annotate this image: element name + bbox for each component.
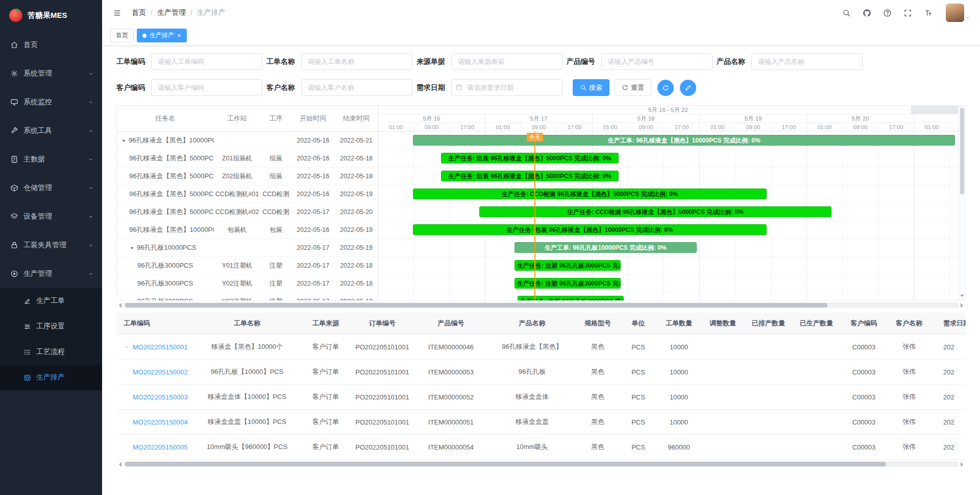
refresh-button[interactable]	[657, 80, 674, 96]
avatar[interactable]	[946, 4, 964, 22]
order-row[interactable]: MO20220515000510mm吸头【960000】PCS客户订单PO202…	[116, 435, 966, 460]
gantt-bar[interactable]: 生产工单: 96孔移液盒【黑色】10000PCS 完成比例: 0%	[413, 135, 955, 146]
gantt-bar[interactable]: 生产任务: 包装 96孔移液盒【黑色】10000PCS 完成比例: 0%	[413, 224, 767, 235]
sidebar-item-home[interactable]: 首页	[0, 31, 102, 59]
sidebar-item-fixture[interactable]: 工装夹具管理	[0, 231, 102, 260]
gantt-horizontal-scrollbar[interactable]	[116, 302, 966, 309]
fontsize-icon[interactable]	[919, 4, 937, 21]
task-cell: 2022-05-18	[335, 155, 378, 162]
gantt-task-row[interactable]: 96孔孔板3000PCSY03注塑机注塑2022-05-172022-05-19	[117, 293, 378, 300]
day-label: 5月 21	[914, 114, 958, 123]
chevUp-icon	[88, 271, 94, 277]
gantt-vertical-scrollbar[interactable]	[958, 106, 965, 300]
filter-form: 工单编码工单名称来源单据产品编号产品名称 客户编码客户名称需求日期搜索重置	[116, 53, 966, 96]
app-logo[interactable]: 苦糖果MES	[0, 0, 102, 31]
sidebar-item-system-tools[interactable]: 系统工具	[0, 116, 102, 145]
breadcrumb-item[interactable]: 生产管理	[157, 8, 186, 17]
expand-row-icon[interactable]	[124, 344, 130, 350]
gantt-bar[interactable]: 生产任务: 组装 96孔移液盒【黑色】5000PCS 完成比例: 0%	[441, 171, 619, 181]
collapse-icon[interactable]	[121, 138, 127, 144]
filter-label: 需求日期	[416, 83, 445, 92]
order-cell: MO202205150003	[116, 393, 194, 401]
gantt-task-row[interactable]: 96孔移液盒【黑色】5000PCSZ01组装机组装2022-05-162022-…	[117, 150, 378, 168]
sidebar-item-system-admin[interactable]: 系统管理	[0, 59, 102, 88]
scrollbar-thumb[interactable]	[125, 303, 827, 308]
demand-date-input[interactable]	[451, 79, 562, 96]
user-menu[interactable]	[946, 4, 971, 22]
sidebar-item-process-setting[interactable]: 工序设置	[0, 314, 102, 339]
gantt-task-row[interactable]: 96孔孔板3000PCSY02注塑机注塑2022-05-172022-05-18	[117, 275, 378, 293]
gantt-bar[interactable]: 生产任务: 注塑 96孔孔板3000PCS 完成比例: 0%	[518, 296, 624, 300]
order-cell: ITEM00000046	[413, 343, 488, 351]
order-code-link[interactable]: MO202205150003	[133, 393, 188, 401]
order-code-link[interactable]: MO202205150004	[133, 418, 188, 426]
order-row[interactable]: MO202205150003移液盒盒体【10000】PCS客户订单PO20220…	[116, 385, 966, 410]
sidebar-item-master-data[interactable]: 主数据	[0, 145, 102, 174]
gantt-bar[interactable]: 生产任务: 注塑 96孔孔板3000PCS 完成比例: 0%	[514, 278, 621, 289]
tab-home[interactable]: 首页	[110, 29, 134, 42]
order-name-input[interactable]	[301, 53, 412, 70]
gantt-task-row[interactable]: 96孔孔板10000PCS2022-05-172022-05-19	[117, 239, 378, 257]
product-code-input[interactable]	[601, 53, 713, 70]
search-icon[interactable]	[838, 4, 855, 21]
day-label: 5月 18	[593, 114, 700, 123]
gantt-task-row[interactable]: 96孔移液盒【黑色】10000PCS包装机包装2022-05-162022-05…	[117, 221, 378, 239]
order-cell: C00003	[841, 418, 887, 426]
search-button[interactable]: 搜索	[573, 79, 609, 96]
task-name: 96孔移液盒【黑色】10000PCS	[129, 136, 214, 145]
reset-button[interactable]: 重置	[615, 79, 651, 96]
gantt-task-row[interactable]: 96孔移液盒【黑色】5000PCSCCD检测机#02CCD检测2022-05-1…	[117, 203, 378, 221]
scroll-down-arrow[interactable]	[960, 295, 964, 299]
order-cell: 移液盒盒体【10000】PCS	[194, 392, 300, 402]
gantt-task-row[interactable]: 96孔移液盒【黑色】5000PCSZ02组装机组装2022-05-162022-…	[117, 168, 378, 185]
sidebar-item-work-order[interactable]: 生产工单	[0, 288, 102, 314]
order-code-link[interactable]: MO202205150005	[133, 443, 188, 451]
gantt-timeline-row: 生产工单: 96孔移液盒【黑色】10000PCS 完成比例: 0%	[378, 132, 958, 150]
scrollbar-track[interactable]	[123, 461, 959, 467]
orders-horizontal-scrollbar[interactable]	[116, 461, 966, 467]
order-row[interactable]: MO202205150001移液盒【黑色】10000个客户订单PO2022051…	[116, 335, 966, 360]
sidebar-item-production[interactable]: 生产管理	[0, 260, 102, 288]
close-icon[interactable]: ×	[177, 32, 181, 39]
scrollbar-thumb[interactable]	[125, 462, 886, 466]
order-code-link[interactable]: MO202205150001	[133, 343, 188, 351]
edit-button[interactable]	[680, 80, 696, 96]
collapse-icon[interactable]	[129, 245, 135, 251]
customer-name-input[interactable]	[301, 79, 412, 96]
sidebar-item-scheduling[interactable]: 生产排产	[0, 365, 102, 390]
gantt-bar[interactable]: 生产任务: 组装 96孔移液盒【黑色】5000PCS 完成比例: 0%	[441, 153, 619, 163]
gantt-bar[interactable]: 生产任务: 注塑 96孔孔板3000PCS 完成比例: 0%	[514, 260, 621, 271]
gantt-bar[interactable]: 生产工单: 96孔孔板10000PCS 完成比例: 0%	[514, 242, 697, 253]
scrollbar-thumb[interactable]	[960, 108, 964, 195]
source-doc-input[interactable]	[451, 53, 562, 70]
order-row[interactable]: MO202205150004移液盒盒盖【10000】PCS客户订单PO20220…	[116, 410, 966, 435]
scrollbar-track[interactable]	[123, 302, 959, 308]
order-code-link[interactable]: MO202205150002	[133, 368, 188, 376]
help-icon[interactable]	[878, 4, 896, 21]
scroll-right-arrow[interactable]	[961, 303, 966, 308]
hamburger-icon[interactable]	[108, 4, 126, 21]
github-icon[interactable]	[858, 4, 875, 21]
order-row[interactable]: MO20220515000296孔孔板【10000】PCS客户订单PO20220…	[116, 360, 966, 385]
task-name-cell: 96孔移液盒【黑色】10000PCS	[117, 225, 214, 234]
gantt-task-row[interactable]: 96孔移液盒【黑色】10000PCS2022-05-162022-05-21	[117, 132, 378, 150]
breadcrumb-item[interactable]: 首页	[132, 8, 146, 17]
gantt-task-row[interactable]: 96孔移液盒【黑色】5000PCSCCD检测机#01CCD检测2022-05-1…	[117, 185, 378, 203]
sidebar-item-equipment[interactable]: 设备管理	[0, 202, 102, 231]
customer-code-input[interactable]	[151, 79, 262, 96]
sidebar-item-system-monitor[interactable]: 系统监控	[0, 88, 102, 116]
scroll-right-arrow[interactable]	[961, 462, 966, 467]
sidebar-item-warehouse[interactable]: 仓储管理	[0, 174, 102, 202]
gantt-bar[interactable]: 生产任务: CCD检测 96孔移液盒【黑色】5000PCS 完成比例: 0%	[413, 188, 767, 199]
order-cell: 张伟	[887, 367, 931, 376]
order-code-input[interactable]	[151, 53, 262, 70]
product-name-input[interactable]	[751, 53, 863, 70]
sidebar-item-process-flow[interactable]: 工艺流程	[0, 339, 102, 365]
order-cell: ITEM00000054	[413, 443, 488, 451]
scroll-left-arrow[interactable]	[116, 462, 121, 467]
tab-scheduling[interactable]: 生产排产×	[137, 29, 187, 42]
gantt-task-row[interactable]: 96孔孔板3000PCSY01注塑机注塑2022-05-172022-05-18	[117, 257, 378, 275]
scroll-left-arrow[interactable]	[116, 303, 121, 308]
gantt-bar[interactable]: 生产任务: CCD检测 96孔移液盒【黑色】5000PCS 完成比例: 0%	[479, 206, 832, 217]
fullscreen-icon[interactable]	[899, 4, 916, 21]
